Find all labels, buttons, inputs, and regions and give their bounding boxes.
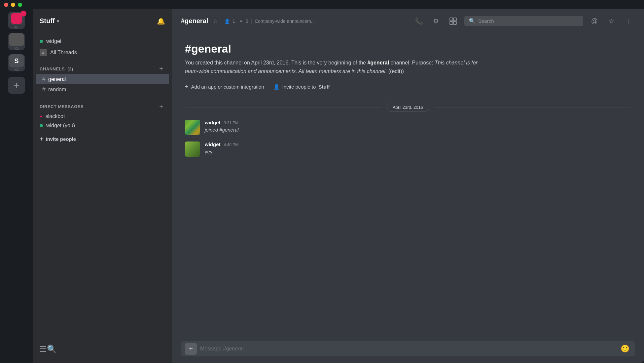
- message-header-1: widget 3:31 PM: [205, 120, 631, 125]
- add-workspace-button[interactable]: +: [8, 77, 25, 94]
- message-sender-1: widget: [205, 120, 221, 125]
- workspace-name[interactable]: Stuff ▾: [40, 17, 59, 25]
- dm-label-text: DIRECT MESSAGES: [40, 104, 84, 109]
- star-icon[interactable]: ☆: [213, 19, 218, 24]
- invite-plus-icon: +: [40, 136, 43, 142]
- emoji-picker-button[interactable]: 🙂: [619, 343, 631, 354]
- sidebar-header: Stuff ▾ 🔔: [33, 9, 172, 33]
- sidebar-footer-search[interactable]: ☰🔍: [33, 341, 172, 358]
- widget-online-dot: [40, 124, 43, 127]
- svg-rect-1: [453, 18, 456, 21]
- edit-link[interactable]: ((edit)): [388, 68, 404, 74]
- settings-button[interactable]: ⚙: [430, 15, 442, 27]
- online-status-dot: [40, 40, 43, 43]
- workspace-item-3[interactable]: S ⌘3: [8, 54, 25, 71]
- message-body-1: widget 3:31 PM joined #general: [205, 120, 631, 134]
- sidebar-item-widget-you[interactable]: widget (you): [33, 121, 172, 130]
- sidebar-item-general[interactable]: # general: [36, 74, 169, 84]
- add-app-button[interactable]: + Add an app or custom integration: [185, 81, 264, 92]
- search-placeholder-text: Search: [478, 18, 494, 24]
- maximize-button[interactable]: [18, 3, 22, 7]
- welcome-description: You created this channel on April 23rd, …: [185, 59, 482, 75]
- close-button[interactable]: [4, 3, 8, 7]
- members-count: 1: [233, 19, 235, 24]
- all-threads-label: All Threads: [50, 50, 77, 56]
- welcome-title: #general: [185, 42, 631, 55]
- invite-people-button[interactable]: + Invite people: [33, 133, 172, 145]
- message-time-1: 3:31 PM: [224, 121, 239, 125]
- workspace-cmd-2: ⌘2: [14, 47, 19, 50]
- channel-name-heading: #general: [181, 17, 208, 25]
- channel-header-meta: ☆ | 👤 1 ✦ 0 | Company-wide announcem...: [213, 19, 315, 24]
- invite-label: Invite people to: [282, 84, 316, 90]
- sidebar-user-status[interactable]: widget (you) widget: [33, 36, 172, 47]
- chat-area: #general You created this channel on Apr…: [172, 33, 644, 336]
- message-input-area: + 🙂: [172, 336, 644, 363]
- workspace-avatar-2: [9, 33, 24, 46]
- svg-rect-3: [453, 21, 456, 24]
- message-text-2: yey: [205, 148, 631, 156]
- channel-general-label: general: [48, 76, 66, 82]
- reactions-count: 0: [246, 19, 248, 24]
- notification-bell-button[interactable]: 🔔: [157, 17, 165, 25]
- message-attach-button[interactable]: +: [185, 343, 197, 355]
- sidebar-item-random[interactable]: # random: [36, 84, 169, 95]
- search-icon: 🔍: [469, 18, 476, 24]
- date-divider: April 23rd, 2016: [185, 103, 631, 112]
- welcome-actions: + Add an app or custom integration 👤 Inv…: [185, 81, 631, 92]
- dm-section-header: DIRECT MESSAGES +: [33, 99, 172, 112]
- sidebar: Stuff ▾ 🔔 widget (you) widget ≡ All Thre…: [33, 9, 172, 363]
- workspace-avatar-3: S: [9, 54, 24, 67]
- workspace-badge-1: [20, 11, 26, 17]
- channel-welcome: #general You created this channel on Apr…: [185, 42, 631, 92]
- minimize-button[interactable]: [11, 3, 15, 7]
- reactions-icon: ✦: [239, 19, 243, 24]
- add-dm-button[interactable]: +: [157, 102, 165, 110]
- at-mention-button[interactable]: @: [589, 15, 600, 27]
- workspace-item-1[interactable]: ⌘1: [8, 12, 25, 29]
- invite-people-main-button[interactable]: 👤 Invite people to Stuff: [273, 82, 330, 92]
- svg-rect-2: [450, 21, 453, 24]
- channel-bold: #general: [367, 60, 389, 65]
- avatar-widget-1: [185, 120, 200, 135]
- channel-header-title: #general: [181, 17, 208, 25]
- message-header-2: widget 4:40 PM: [205, 141, 631, 147]
- slackbot-label: slackbot: [46, 113, 65, 119]
- date-divider-label: April 23rd, 2016: [386, 103, 429, 112]
- footer-search-icon: ☰🔍: [40, 344, 57, 354]
- workspace-cmd-1: ⌘1: [14, 26, 19, 29]
- title-bar: [0, 0, 644, 9]
- more-options-button[interactable]: ⋮: [623, 15, 635, 27]
- threads-icon: ≡: [40, 49, 47, 56]
- layout-button[interactable]: [447, 15, 459, 27]
- add-app-label: Add an app or custom integration: [191, 84, 264, 90]
- workspace-name-text: Stuff: [40, 17, 55, 25]
- workspace-chevron-icon: ▾: [57, 19, 59, 24]
- message-input-box[interactable]: + 🙂: [181, 341, 635, 356]
- message-body-2: widget 4:40 PM yey: [205, 141, 631, 156]
- channel-random-label: random: [48, 87, 66, 93]
- workspace-cmd-3: ⌘3: [14, 68, 19, 71]
- channel-hash-icon: #: [42, 86, 46, 93]
- channel-description: Company-wide announcem...: [255, 19, 315, 24]
- message-input[interactable]: [200, 343, 616, 355]
- divider-line-right: [434, 107, 631, 107]
- workspace-rail: ⌘1 ⌘2 S ⌘3 +: [0, 9, 33, 363]
- add-channel-button[interactable]: +: [157, 65, 165, 73]
- main-content: #general ☆ | 👤 1 ✦ 0 | Company-wide anno…: [172, 9, 644, 363]
- phone-button[interactable]: 📞: [413, 15, 425, 27]
- add-icon: +: [185, 83, 189, 90]
- sidebar-item-slackbot[interactable]: ♥ slackbot: [33, 112, 172, 121]
- sidebar-top-section: widget (you) widget ≡ All Threads: [33, 33, 172, 61]
- divider-line-left: [185, 107, 382, 107]
- channel-hash-icon: #: [42, 76, 46, 83]
- channel-header: #general ☆ | 👤 1 ✦ 0 | Company-wide anno…: [172, 9, 644, 33]
- widget-you-label: widget (you): [46, 123, 75, 129]
- sidebar-item-all-threads[interactable]: ≡ All Threads: [33, 47, 172, 58]
- bookmark-button[interactable]: ☆: [606, 15, 618, 27]
- channels-section-header: CHANNELS (2) +: [33, 61, 172, 74]
- avatar-widget-2: [185, 141, 200, 157]
- search-box[interactable]: 🔍 Search: [464, 16, 583, 26]
- message-time-2: 4:40 PM: [224, 142, 239, 147]
- workspace-item-2[interactable]: ⌘2: [8, 33, 25, 50]
